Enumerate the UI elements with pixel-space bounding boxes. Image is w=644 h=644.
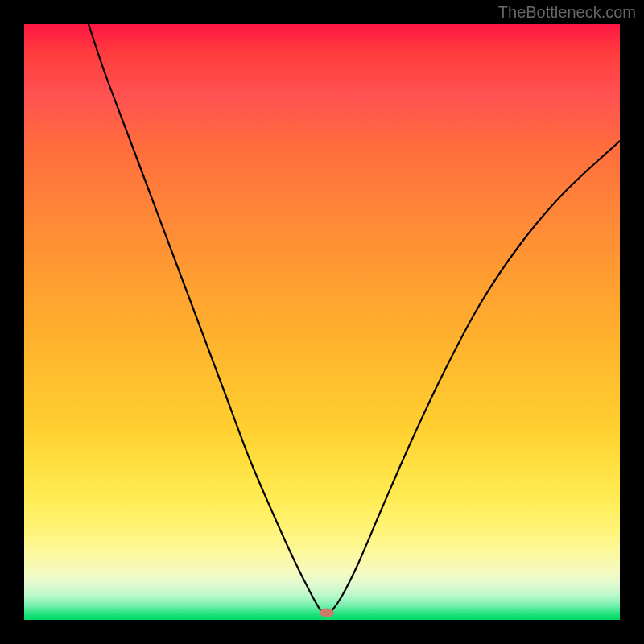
optimal-marker <box>320 609 334 617</box>
chart-area <box>24 24 620 620</box>
bottleneck-curve-line <box>89 24 620 616</box>
curve-plot <box>24 24 620 620</box>
watermark-text: TheBottleneck.com <box>498 3 636 22</box>
